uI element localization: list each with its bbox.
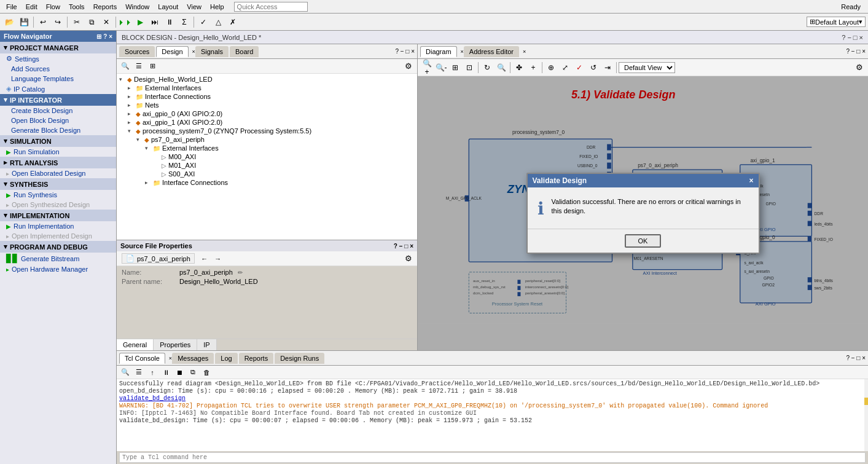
refresh-btn[interactable]: ↺ bbox=[587, 61, 600, 74]
nav-settings[interactable]: ⚙ Settings bbox=[0, 53, 116, 64]
pause-button[interactable]: ⏸ bbox=[163, 15, 176, 29]
tree-axi-gpio-0[interactable]: ▸ ◆ axi_gpio_0 (AXI GPIO:2.0) bbox=[127, 109, 416, 118]
nav-open-hardware[interactable]: ▸ Open Hardware Manager bbox=[0, 264, 116, 274]
tab-address-editor[interactable]: Address Editor bbox=[464, 46, 519, 57]
nav-run-implementation[interactable]: ▶ Run Implementation bbox=[0, 221, 116, 231]
menu-window[interactable]: Window bbox=[122, 2, 153, 12]
menu-view[interactable]: View bbox=[183, 2, 205, 12]
tcl-list-btn[interactable]: ☰ bbox=[133, 367, 145, 378]
tcl-command-input[interactable] bbox=[119, 452, 866, 463]
tree-ps7-axi-periph[interactable]: ▾ ◆ ps7_0_axi_periph bbox=[135, 135, 416, 144]
edit-icon[interactable]: ✏ bbox=[238, 269, 243, 276]
redo-button[interactable]: ↪ bbox=[51, 15, 65, 29]
rotate-btn[interactable]: ↻ bbox=[480, 61, 494, 74]
nav-section-implementation[interactable]: ▾ IMPLEMENTATION bbox=[0, 210, 116, 221]
expand-btn[interactable]: ⊞ bbox=[146, 61, 158, 72]
search-btn[interactable]: 🔍 bbox=[495, 61, 508, 74]
tab-properties[interactable]: Properties bbox=[154, 339, 197, 350]
tree-proc-sys[interactable]: ▾ ◆ processing_system7_0 (ZYNQ7 Processi… bbox=[127, 127, 416, 135]
export-btn[interactable]: ⇥ bbox=[601, 61, 614, 74]
triangle-button[interactable]: △ bbox=[211, 15, 225, 29]
nav-section-synthesis[interactable]: ▾ SYNTHESIS bbox=[0, 178, 116, 190]
tab-log[interactable]: Log bbox=[215, 353, 237, 364]
menu-file[interactable]: File bbox=[2, 2, 21, 12]
cut-button[interactable]: ✂ bbox=[70, 15, 84, 29]
search-btn[interactable]: 🔍 bbox=[119, 61, 131, 72]
menu-reports[interactable]: Reports bbox=[90, 2, 121, 12]
modal-ok-button[interactable]: OK bbox=[625, 234, 662, 248]
auto-connect-btn[interactable]: ⊕ bbox=[544, 61, 558, 74]
sigma-button[interactable]: Σ bbox=[178, 15, 191, 29]
layout-dropdown[interactable]: ⊞ Default Layout ▾ bbox=[807, 17, 866, 27]
nav-next-btn[interactable]: → bbox=[212, 253, 224, 264]
settings-btn[interactable]: ⚙ bbox=[402, 61, 415, 72]
nav-open-elaborated[interactable]: ▸ Open Elaborated Design bbox=[0, 168, 116, 178]
zoom-in-btn[interactable]: 🔍+ bbox=[420, 61, 434, 74]
tree-axi-gpio-1[interactable]: ▸ ◆ axi_gpio_1 (AXI GPIO:2.0) bbox=[127, 118, 416, 127]
tree-interface-connections[interactable]: ▸ 📁 Interface Connections bbox=[127, 92, 416, 101]
menu-edit[interactable]: Edit bbox=[22, 2, 41, 12]
tab-diagram[interactable]: Diagram bbox=[420, 46, 457, 57]
tab-sources[interactable]: Sources bbox=[119, 46, 155, 57]
nav-language-templates[interactable]: Language Templates bbox=[0, 74, 116, 84]
nav-add-sources[interactable]: Add Sources bbox=[0, 64, 116, 74]
menu-tools[interactable]: Tools bbox=[65, 2, 88, 12]
x-button[interactable]: ✗ bbox=[226, 15, 240, 29]
zoom-area-btn[interactable]: ⊡ bbox=[463, 61, 476, 74]
tab-design-runs[interactable]: Design Runs bbox=[275, 353, 324, 364]
nav-open-block-design[interactable]: Open Block Design bbox=[0, 116, 116, 125]
tab-signals[interactable]: Signals bbox=[195, 46, 229, 57]
nav-run-simulation[interactable]: ▶ Run Simulation bbox=[0, 147, 116, 157]
nav-generate-bitstream[interactable]: ▊▊ Generate Bitstream bbox=[0, 253, 116, 264]
quick-access-input[interactable] bbox=[234, 2, 308, 12]
addr-tab-close[interactable]: × bbox=[523, 49, 526, 55]
run-all-button[interactable]: ⏵⏵ bbox=[119, 15, 132, 29]
tree-ext-if[interactable]: ▾ 📁 External Interfaces bbox=[144, 144, 416, 152]
tab-messages[interactable]: Messages bbox=[172, 353, 214, 364]
nav-prev-btn[interactable]: ← bbox=[198, 253, 211, 264]
open-button[interactable]: 📂 bbox=[2, 15, 16, 29]
validate-btn[interactable]: ✓ bbox=[573, 61, 586, 74]
check-button[interactable]: ✓ bbox=[197, 15, 210, 29]
tab-ip[interactable]: IP bbox=[197, 339, 216, 350]
tree-if-conn[interactable]: ▸ 📁 Interface Connections bbox=[144, 178, 416, 187]
tcl-clear-btn[interactable]: 🗑 bbox=[200, 367, 213, 378]
fit-btn[interactable]: ⊞ bbox=[448, 61, 462, 74]
diagram-settings-btn[interactable]: ⚙ bbox=[853, 62, 866, 73]
nav-generate-block-design[interactable]: Generate Block Design bbox=[0, 125, 116, 135]
step-button[interactable]: ⏭ bbox=[148, 15, 162, 29]
view-select[interactable]: Default View bbox=[619, 62, 675, 73]
tree-m00-axi[interactable]: ▷ M00_AXI bbox=[152, 152, 416, 161]
delete-button[interactable]: ✕ bbox=[100, 15, 113, 29]
nav-section-program-debug[interactable]: ▾ PROGRAM AND DEBUG bbox=[0, 241, 116, 253]
copy-button[interactable]: ⧉ bbox=[85, 15, 98, 29]
tree-s00-axi[interactable]: ▷ S00_AXI bbox=[152, 170, 416, 178]
tree-m01-axi[interactable]: ▷ M01_AXI bbox=[152, 161, 416, 170]
run-button[interactable]: ▶ bbox=[133, 15, 147, 29]
tcl-stop-btn[interactable]: ⏹ bbox=[173, 367, 186, 378]
nav-create-block-design[interactable]: Create Block Design bbox=[0, 106, 116, 116]
nav-section-ip-integrator[interactable]: ▾ IP INTEGRATOR bbox=[0, 94, 116, 106]
tab-reports[interactable]: Reports bbox=[239, 353, 274, 364]
tcl-copy-btn[interactable]: ⧉ bbox=[187, 367, 199, 378]
nav-section-rtl-analysis[interactable]: ▸ RTL ANALYSIS bbox=[0, 157, 116, 168]
tree-root[interactable]: ▾ ◆ Design_Hello_World_LED bbox=[118, 75, 416, 84]
menu-help[interactable]: Help bbox=[206, 2, 228, 12]
modal-close-icon[interactable]: × bbox=[749, 176, 753, 185]
tab-design[interactable]: Design bbox=[156, 46, 188, 57]
tab-tcl-console[interactable]: Tcl Console bbox=[119, 353, 165, 364]
nav-section-simulation[interactable]: ▾ SIMULATION bbox=[0, 135, 116, 147]
tcl-line-link[interactable]: validate_bd_design bbox=[119, 395, 866, 402]
menu-flow[interactable]: Flow bbox=[42, 2, 64, 12]
undo-button[interactable]: ↩ bbox=[36, 15, 50, 29]
move-btn[interactable]: ✤ bbox=[512, 61, 526, 74]
add-btn[interactable]: + bbox=[526, 61, 540, 74]
tcl-up-btn[interactable]: ↑ bbox=[146, 367, 158, 378]
tab-general[interactable]: General bbox=[117, 339, 154, 350]
list-btn[interactable]: ☰ bbox=[133, 61, 145, 72]
nav-ip-catalog[interactable]: ◈ IP Catalog bbox=[0, 84, 116, 94]
nav-run-synthesis[interactable]: ▶ Run Synthesis bbox=[0, 190, 116, 200]
zoom-out-btn[interactable]: 🔍- bbox=[434, 61, 448, 74]
tcl-search-btn[interactable]: 🔍 bbox=[119, 367, 131, 378]
settings-btn[interactable]: ⚙ bbox=[402, 253, 415, 264]
